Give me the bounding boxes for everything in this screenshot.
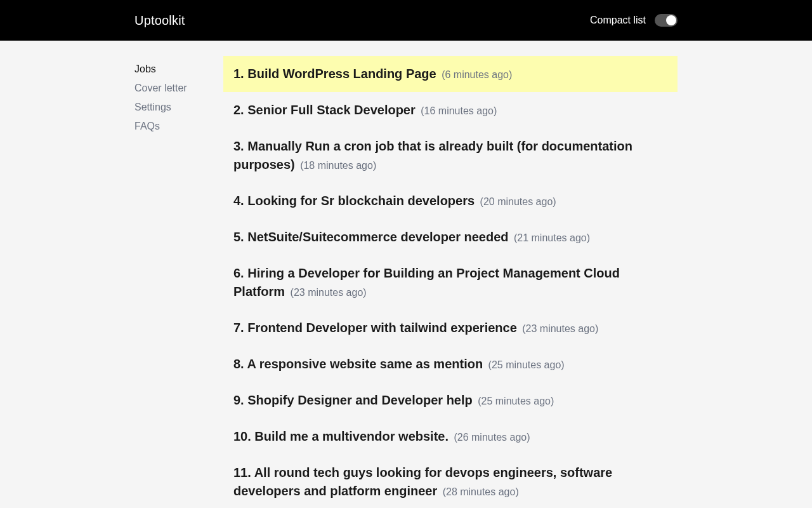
job-time: (21 minutes ago) <box>514 232 590 243</box>
job-time: (20 minutes ago) <box>480 196 556 207</box>
job-title: 10. Build me a multivendor website. <box>233 429 449 443</box>
job-name: Senior Full Stack Developer <box>244 103 416 117</box>
header: Uptoolkit Compact list <box>0 0 812 41</box>
job-item[interactable]: 11. All round tech guys looking for devo… <box>223 455 678 508</box>
sidebar-item-faqs[interactable]: FAQs <box>134 117 223 136</box>
job-list: 1. Build WordPress Landing Page (6 minut… <box>223 56 678 508</box>
compact-list-label: Compact list <box>590 15 646 26</box>
content-area: JobsCover letterSettingsFAQs 1. Build Wo… <box>0 41 812 508</box>
job-title: 7. Frontend Developer with tailwind expe… <box>233 321 517 335</box>
job-title: 3. Manually Run a cron job that is alrea… <box>233 139 632 171</box>
job-title: 5. NetSuite/Suitecommerce developer need… <box>233 230 509 244</box>
job-item[interactable]: 3. Manually Run a cron job that is alrea… <box>223 128 678 183</box>
job-index: 1. <box>233 67 244 81</box>
job-item[interactable]: 5. NetSuite/Suitecommerce developer need… <box>223 219 678 255</box>
job-time: (6 minutes ago) <box>442 69 512 80</box>
job-item[interactable]: 9. Shopify Designer and Developer help (… <box>223 382 678 418</box>
job-index: 5. <box>233 230 244 244</box>
job-index: 6. <box>233 266 244 280</box>
job-item[interactable]: 10. Build me a multivendor website. (26 … <box>223 418 678 455</box>
job-title: 2. Senior Full Stack Developer <box>233 103 416 117</box>
job-name: Build me a multivendor website. <box>251 429 449 443</box>
job-time: (23 minutes ago) <box>291 287 367 298</box>
sidebar-item-label: Jobs <box>134 64 156 74</box>
main-content: 1. Build WordPress Landing Page (6 minut… <box>223 56 678 508</box>
sidebar-item-label: Cover letter <box>134 83 187 93</box>
job-title: 11. All round tech guys looking for devo… <box>233 465 612 498</box>
sidebar-item-jobs[interactable]: Jobs <box>134 60 223 79</box>
job-time: (28 minutes ago) <box>443 486 519 497</box>
job-item[interactable]: 7. Frontend Developer with tailwind expe… <box>223 310 678 346</box>
job-title: 9. Shopify Designer and Developer help <box>233 393 473 407</box>
job-index: 8. <box>233 357 244 371</box>
job-index: 4. <box>233 194 244 208</box>
job-index: 11. <box>233 465 251 479</box>
job-item[interactable]: 6. Hiring a Developer for Building an Pr… <box>223 255 678 310</box>
job-name: Looking for Sr blockchain developers <box>244 194 475 208</box>
compact-list-toggle[interactable] <box>655 14 678 27</box>
job-name: All round tech guys looking for devops e… <box>233 465 612 498</box>
job-time: (25 minutes ago) <box>488 359 565 370</box>
job-time: (25 minutes ago) <box>478 396 554 406</box>
job-item[interactable]: 2. Senior Full Stack Developer (16 minut… <box>223 92 678 128</box>
job-index: 3. <box>233 139 244 153</box>
job-title: 4. Looking for Sr blockchain developers <box>233 194 475 208</box>
job-time: (16 minutes ago) <box>421 105 497 116</box>
header-controls: Compact list <box>590 14 678 27</box>
job-item[interactable]: 8. A responsive website same as mention … <box>223 346 678 382</box>
job-item[interactable]: 1. Build WordPress Landing Page (6 minut… <box>223 56 678 92</box>
job-name: Frontend Developer with tailwind experie… <box>244 321 517 335</box>
job-name: Shopify Designer and Developer help <box>244 393 473 407</box>
job-index: 9. <box>233 393 244 407</box>
job-name: NetSuite/Suitecommerce developer needed <box>244 230 509 244</box>
job-item[interactable]: 4. Looking for Sr blockchain developers … <box>223 183 678 219</box>
toggle-knob <box>666 15 676 25</box>
brand-title: Uptoolkit <box>134 13 185 28</box>
sidebar-item-settings[interactable]: Settings <box>134 98 223 117</box>
job-time: (26 minutes ago) <box>454 432 530 443</box>
job-time: (23 minutes ago) <box>522 323 598 334</box>
job-index: 2. <box>233 103 244 117</box>
sidebar-item-label: Settings <box>134 102 171 112</box>
job-index: 10. <box>233 429 251 443</box>
job-title: 8. A responsive website same as mention <box>233 357 483 371</box>
sidebar-item-cover-letter[interactable]: Cover letter <box>134 79 223 98</box>
job-name: Manually Run a cron job that is already … <box>233 139 632 171</box>
sidebar-item-label: FAQs <box>134 121 160 131</box>
job-time: (18 minutes ago) <box>300 160 376 171</box>
sidebar: JobsCover letterSettingsFAQs <box>134 56 223 508</box>
job-name: A responsive website same as mention <box>244 357 483 371</box>
job-name: Build WordPress Landing Page <box>244 67 436 81</box>
job-index: 7. <box>233 321 244 335</box>
job-title: 1. Build WordPress Landing Page <box>233 67 436 81</box>
